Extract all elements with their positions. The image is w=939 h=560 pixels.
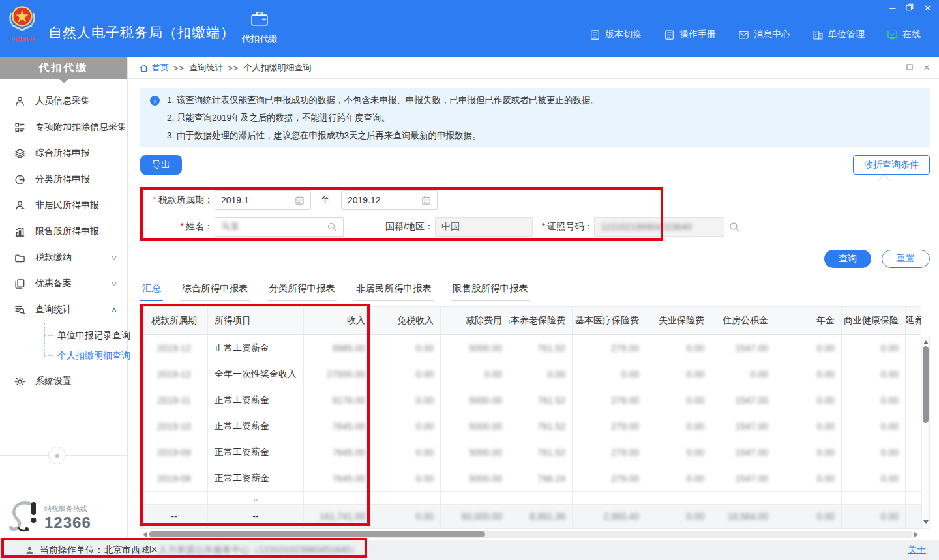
nav-online[interactable]: 在线 [887, 29, 921, 40]
cell-value: 2019-08 [157, 473, 190, 484]
export-button[interactable]: 导出 [140, 155, 182, 175]
vertical-scrollbar[interactable] [921, 336, 930, 529]
sidebar-item-query-statistics[interactable]: 查询统计∧ [0, 297, 127, 323]
wallet-icon [14, 252, 27, 263]
breadcrumb-home-label: 首页 [152, 62, 169, 74]
sidebar-item-tax-payment[interactable]: 税款缴纳∨ [0, 244, 127, 271]
cell-value: 失业保险费 [659, 315, 704, 327]
cell-value: 1547.00 [735, 395, 768, 405]
sidebar-item-special-deduction[interactable]: 专项附加扣除信息采集 [0, 114, 127, 140]
close-button[interactable]: ✕ [924, 4, 931, 13]
sidebar-subitem-personal-withholding-query[interactable]: 个人扣缴明细查询 [0, 346, 127, 366]
table-row[interactable]: 2019-12正常工资薪金9985.000.005000.00761.52279… [141, 335, 921, 361]
cell-value: 7645.00 [332, 447, 365, 458]
horizontal-scrollbar-track[interactable] [148, 531, 913, 538]
scroll-down-arrow-icon[interactable] [923, 520, 929, 527]
vertical-scrollbar-thumb[interactable] [923, 346, 929, 423]
tab-nonresident[interactable]: 非居民所得申报表 [354, 278, 434, 301]
cell-value: 2019-09 [157, 447, 190, 458]
cell-value: 9985.00 [332, 343, 365, 353]
about-link[interactable]: 关于 [908, 544, 926, 556]
sidebar-collapse-button[interactable]: « [48, 447, 66, 464]
sidebar-item-preferential-filing[interactable]: 优惠备案∨ [0, 271, 127, 297]
cell-value: 1547.00 [735, 473, 768, 484]
table-header-cell: 所得项目 [208, 306, 304, 335]
module-tab-label: 代扣代缴 [228, 33, 291, 45]
nav-unit-management[interactable]: 单位管理 [812, 29, 865, 40]
notice-line: 1. 该查询统计表仅能查询已申报成功的数据，不包含未申报、申报失败，已申报但已作… [167, 91, 599, 109]
scroll-left-arrow-icon[interactable] [140, 532, 147, 537]
hotline-block: 纳税服务热线 12366 [5, 499, 91, 536]
table-row[interactable]: 2019-11正常工资薪金9178.000.005000.00761.52279… [141, 387, 921, 413]
table-cell-amount: 0.00 [372, 413, 441, 439]
notice-line: 2. 只能查询2019年及之后的数据，不能进行跨年度查询。 [167, 109, 599, 126]
period-from-input[interactable]: 2019.1 [215, 190, 311, 210]
window-controls: ─ ✕ [889, 3, 931, 13]
sidebar-item-system-settings[interactable]: 系统设置 [0, 368, 127, 394]
query-button[interactable]: 查询 [824, 250, 871, 268]
table-row[interactable]: 2019-10正常工资薪金7645.000.005000.00761.52279… [141, 413, 921, 439]
user-icon [25, 546, 35, 555]
cell-value: 60,000.00 [462, 511, 502, 522]
sidebar-item-nonresident-income[interactable]: 非居民所得申报 [0, 192, 127, 218]
breadcrumb-item: 查询统计 [189, 62, 223, 74]
minimize-button[interactable]: ─ [889, 4, 895, 13]
nav-message-center[interactable]: 消息中心 [738, 29, 790, 40]
table-header-cell: 收入 [304, 306, 372, 335]
results-table: 税款所属期所得项目收入免税收入减除费用基本养老保险费基本医疗保险费失业保险费住房… [140, 306, 921, 529]
table-row[interactable]: 2019-12全年一次性奖金收入27500.000.000.000.000.00… [141, 361, 921, 387]
sidebar-item-classified-income[interactable]: 分类所得申报 [0, 166, 127, 192]
cell-value: 正常工资薪金 [215, 342, 269, 354]
table-cell-ellipsis [304, 492, 372, 505]
main-content: 首页 >>查询统计>>个人扣缴明细查询 ✕ 1. 该查询统计表仅能查询已申报成功… [128, 57, 939, 540]
scroll-up-arrow-icon[interactable] [923, 338, 929, 344]
search-icon[interactable] [728, 221, 740, 233]
calendar-icon[interactable] [421, 196, 431, 205]
sidebar-item-comprehensive-income[interactable]: 综合所得申报 [0, 140, 127, 166]
tab-summary[interactable]: 汇总 [140, 278, 163, 301]
table-cell-amount: 0.00 [906, 387, 921, 413]
breadcrumb-home[interactable]: 首页 [139, 62, 169, 74]
cell-value: 0.00 [687, 511, 704, 522]
table-cell-amount: 0.00 [646, 361, 711, 387]
table-cell-total-amount: 2,960.40 [573, 505, 646, 529]
horizontal-scrollbar-thumb[interactable] [149, 531, 485, 537]
table-header-cell: 商业健康保险 [842, 306, 906, 335]
sidebar-subitem-unit-declare-query[interactable]: 单位申报记录查询 [0, 325, 127, 346]
layers-icon [14, 148, 27, 159]
nav-version-switch[interactable]: 版本切换 [589, 29, 642, 40]
tab-classified[interactable]: 分类所得申报表 [267, 278, 338, 301]
tab-comprehensive[interactable]: 综合所得申报表 [180, 278, 250, 301]
table-cell-period: 2019-09 [141, 439, 208, 465]
collapse-query-button[interactable]: 收折查询条件 [853, 155, 930, 175]
sidebar-item-restricted-shares[interactable]: 限售股所得申报 [0, 218, 127, 244]
form-icon [14, 122, 27, 133]
name-input[interactable]: 马某 [215, 217, 344, 237]
sidebar-item-personnel-info[interactable]: 人员信息采集 [0, 88, 127, 114]
doc-icon [589, 29, 601, 40]
module-tab-withholding[interactable]: 代扣代缴 [228, 10, 291, 45]
cell-value: 761.52 [537, 343, 565, 353]
panel-close-button[interactable]: ✕ [923, 63, 930, 72]
cell-value: -- [252, 511, 258, 522]
restore-button[interactable] [906, 3, 914, 13]
scroll-right-arrow-icon[interactable] [914, 532, 921, 537]
table-row[interactable]: 2019-09正常工资薪金7645.000.005000.00761.52279… [141, 439, 921, 465]
period-from-value: 2019.1 [221, 195, 249, 205]
table-cell-income-item: 正常工资薪金 [208, 413, 304, 439]
calendar-icon[interactable] [295, 196, 305, 205]
table-cell-period: 2019-12 [141, 361, 208, 387]
reset-button[interactable]: 重置 [882, 250, 930, 268]
tab-restricted[interactable]: 限售股所得申报表 [451, 278, 530, 301]
cell-value: 0.00 [484, 369, 502, 379]
period-to-input[interactable]: 2019.12 [341, 190, 438, 210]
nav-manual[interactable]: 操作手册 [664, 29, 716, 40]
sidebar: 代扣代缴 人员信息采集专项附加扣除信息采集综合所得申报分类所得申报非居民所得申报… [0, 57, 128, 540]
cell-value: 1547.00 [735, 343, 768, 353]
panel-maximize-button[interactable] [906, 63, 913, 72]
brand: 中国税务 自然人电子税务局（扣缴端） [5, 4, 235, 44]
horizontal-scrollbar[interactable] [140, 530, 921, 538]
table-row[interactable]: 2019-08正常工资薪金7645.000.005000.00798.24279… [141, 465, 921, 492]
search-icon[interactable] [327, 222, 337, 232]
cell-value: 年金 [816, 315, 835, 327]
